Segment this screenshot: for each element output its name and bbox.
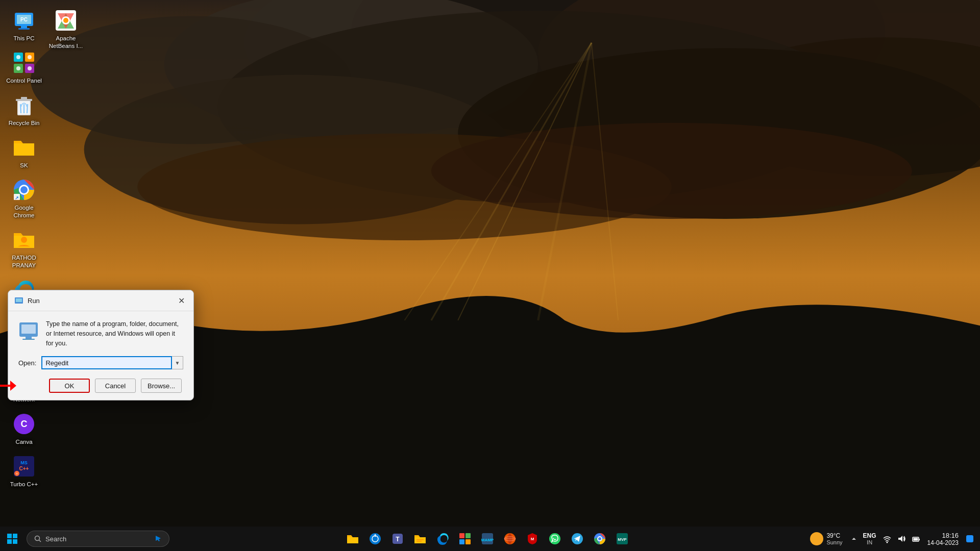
svg-rect-32 [21, 97, 27, 99]
volume-icon [897, 534, 906, 543]
file-manager-icon [413, 532, 427, 545]
taskbar-pinned-apps: T [169, 529, 805, 549]
run-titlebar: Run ✕ [8, 290, 193, 311]
svg-rect-81 [459, 533, 464, 538]
svg-point-95 [598, 537, 601, 540]
run-body: Type the name of a program, folder, docu… [8, 311, 193, 400]
svg-point-12 [431, 123, 912, 219]
power-icon-button[interactable] [909, 529, 922, 548]
svg-point-28 [28, 66, 32, 70]
sk-folder-icon [12, 135, 36, 160]
desktop-icons-container: PC This PC Control Panel [3, 5, 84, 505]
run-browse-button[interactable]: Browse... [141, 379, 182, 393]
apache-netbeans-label: Apache NetBeans I... [47, 35, 84, 50]
run-input-field[interactable] [41, 356, 172, 369]
svg-rect-79 [416, 539, 424, 540]
search-icon [34, 535, 41, 542]
run-icon [18, 319, 39, 340]
taskbar-mamp[interactable]: MAMP [477, 529, 498, 549]
taskbar-mcafee[interactable]: M [522, 529, 543, 549]
svg-rect-103 [966, 535, 973, 542]
telegram-icon [571, 532, 584, 545]
weather-condition: Sunny [826, 539, 842, 545]
taskbar-store[interactable] [455, 529, 475, 549]
taskbar-chrome-colorful[interactable] [590, 529, 610, 549]
run-dialog-icon [14, 296, 23, 305]
taskbar-edge[interactable] [432, 529, 453, 549]
weather-info: 39°C Sunny [826, 532, 842, 545]
desktop-icon-this-pc[interactable]: PC This PC [4, 5, 44, 45]
svg-rect-101 [919, 539, 920, 540]
desktop-icon-recycle-bin[interactable]: Recycle Bin [4, 90, 44, 130]
turbo-cpp-icon: MS C++ T [12, 454, 36, 479]
taskbar-search-bar[interactable]: Search [27, 531, 169, 547]
svg-text:M: M [530, 537, 534, 541]
recycle-bin-icon [12, 93, 36, 117]
red-arrow-indicator [0, 378, 16, 394]
taskbar-whatsapp[interactable] [545, 529, 565, 549]
desktop-icon-sk-folder[interactable]: SK [4, 132, 44, 172]
desktop-icon-turbo-cpp[interactable]: MS C++ T Turbo C++ [4, 451, 44, 491]
desktop-icon-google-chrome[interactable]: ↗ Google Chrome [4, 174, 44, 222]
taskbar-cortana[interactable] [365, 529, 385, 549]
store-icon [458, 532, 472, 545]
desktop-icon-apache-netbeans[interactable]: Apache NetBeans I... [45, 5, 86, 53]
sk-folder-label: SK [20, 162, 28, 169]
globe-icon [503, 532, 517, 545]
wifi-icon [883, 534, 892, 543]
mamp-icon: MAMP [481, 532, 494, 545]
taskbar-file-manager[interactable] [410, 529, 430, 549]
clock-widget[interactable]: 18:16 14-04-2023 [923, 529, 963, 548]
taskbar-telegram[interactable] [567, 529, 587, 549]
google-chrome-icon: ↗ [12, 178, 36, 202]
run-input-wrapper: ▼ [41, 356, 183, 369]
cortana-icon [369, 532, 382, 545]
tray-chevron[interactable] [849, 529, 859, 548]
language-indicator[interactable]: ENG IN [860, 529, 879, 548]
svg-rect-18 [21, 26, 27, 28]
run-dropdown-button[interactable]: ▼ [172, 356, 183, 369]
taskbar-file-explorer[interactable] [342, 529, 363, 549]
svg-point-99 [886, 542, 888, 543]
chevron-up-icon [851, 536, 857, 542]
run-icon-description-area: Type the name of a program, folder, docu… [18, 319, 183, 348]
svg-point-26 [28, 55, 32, 59]
wifi-icon-button[interactable] [880, 529, 894, 548]
run-ok-button[interactable]: OK [49, 379, 90, 393]
svg-line-73 [39, 540, 41, 542]
file-explorer-icon [346, 532, 359, 545]
svg-point-72 [35, 536, 40, 541]
windows-logo-icon [7, 533, 18, 544]
svg-text:PC: PC [20, 17, 28, 22]
taskbar-globe[interactable] [500, 529, 520, 549]
desktop-icon-control-panel[interactable]: Control Panel [4, 47, 44, 88]
run-description-text: Type the name of a program, folder, docu… [46, 319, 183, 348]
svg-rect-63 [21, 324, 36, 334]
run-title-text: Run [28, 297, 40, 305]
run-title-area: Run [14, 296, 40, 305]
svg-point-38 [21, 237, 27, 243]
volume-icon-button[interactable] [895, 529, 908, 548]
run-buttons-wrapper: OK Cancel Browse... [18, 379, 183, 393]
start-button[interactable] [0, 527, 24, 551]
language-code: ENG [863, 532, 876, 539]
weather-widget[interactable]: 39°C Sunny [805, 532, 847, 545]
svg-rect-19 [18, 28, 30, 30]
this-pc-icon: PC [12, 8, 36, 33]
canva-label: Canva [15, 438, 32, 446]
svg-rect-82 [465, 533, 471, 538]
svg-text:↗: ↗ [15, 195, 19, 201]
desktop-icon-canva[interactable]: C Canva [4, 409, 44, 449]
run-cancel-button[interactable]: Cancel [95, 379, 136, 393]
taskbar-teams[interactable]: T [387, 529, 408, 549]
svg-text:MS: MS [20, 460, 28, 465]
search-label: Search [45, 535, 66, 543]
svg-text:MVP: MVP [618, 537, 627, 542]
desktop-icon-rathod-pranay[interactable]: RATHOD PRANAY [4, 224, 44, 272]
run-close-button[interactable]: ✕ [175, 294, 187, 307]
taskbar-system-tray: 39°C Sunny ENG IN [805, 529, 980, 548]
rathod-pranay-label: RATHOD PRANAY [6, 254, 42, 269]
notification-center-button[interactable] [964, 529, 976, 548]
taskbar-mvp[interactable]: MVP [612, 529, 632, 549]
svg-point-27 [16, 66, 20, 70]
